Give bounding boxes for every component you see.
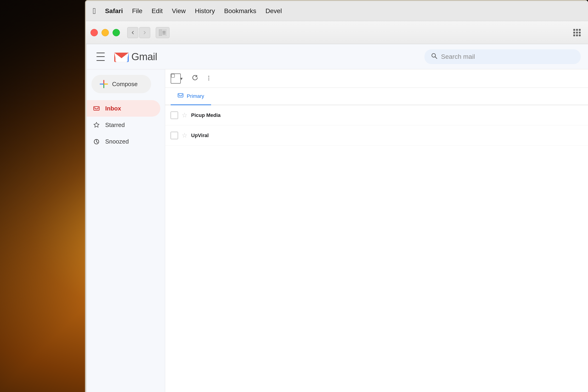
svg-point-13 bbox=[208, 76, 209, 77]
gmail-m-icon bbox=[114, 50, 130, 63]
macbook-screen:  Safari File Edit View History Bookmark… bbox=[86, 1, 588, 392]
back-button[interactable] bbox=[127, 27, 138, 38]
star-icon bbox=[92, 121, 100, 129]
primary-tab-label: Primary bbox=[187, 93, 204, 99]
clock-icon bbox=[92, 137, 100, 146]
email-sender: UpViral bbox=[191, 132, 251, 138]
svg-point-14 bbox=[208, 78, 209, 78]
macbook-frame:  Safari File Edit View History Bookmark… bbox=[85, 0, 588, 392]
grid-view-button[interactable] bbox=[570, 27, 584, 38]
table-row[interactable]: ☆ UpViral bbox=[165, 126, 588, 146]
email-checkbox[interactable] bbox=[171, 112, 178, 119]
compose-button[interactable]: Compose bbox=[92, 75, 151, 93]
email-checkbox[interactable] bbox=[171, 132, 178, 139]
safari-toolbar bbox=[86, 21, 588, 44]
primary-tab-icon bbox=[178, 92, 184, 100]
gmail-sidebar: Compose Inbox bbox=[87, 69, 165, 392]
menu-history[interactable]: History bbox=[195, 7, 215, 15]
search-input-placeholder: Search mail bbox=[441, 53, 475, 60]
traffic-lights bbox=[90, 29, 120, 36]
gmail-header: Gmail Search mail bbox=[87, 44, 588, 69]
menu-bookmarks[interactable]: Bookmarks bbox=[224, 7, 256, 15]
svg-line-11 bbox=[96, 142, 98, 142]
svg-marker-8 bbox=[94, 122, 99, 127]
nav-snoozed-label: Snoozed bbox=[105, 138, 129, 145]
gmail-logo: Gmail bbox=[114, 50, 157, 63]
email-list-toolbar: ▾ bbox=[165, 69, 588, 88]
forward-button[interactable] bbox=[139, 27, 150, 38]
more-options-button[interactable] bbox=[206, 74, 212, 83]
grid-icon bbox=[573, 29, 581, 36]
gmail-main: Compose Inbox bbox=[87, 69, 588, 392]
search-bar[interactable]: Search mail bbox=[424, 49, 581, 64]
svg-rect-16 bbox=[178, 94, 183, 97]
hamburger-menu-button[interactable] bbox=[94, 50, 107, 63]
nav-starred-label: Starred bbox=[105, 122, 125, 128]
email-sender: Picup Media bbox=[191, 112, 251, 118]
table-row[interactable]: ☆ Picup Media bbox=[165, 105, 588, 126]
gmail-title-text: Gmail bbox=[132, 51, 157, 62]
tab-primary[interactable]: Primary bbox=[171, 88, 211, 105]
nav-item-starred[interactable]: Starred bbox=[87, 117, 160, 133]
search-icon bbox=[431, 52, 437, 61]
nav-item-inbox[interactable]: Inbox bbox=[87, 100, 160, 117]
email-star-icon[interactable]: ☆ bbox=[182, 112, 188, 119]
maximize-button[interactable] bbox=[112, 29, 120, 36]
compose-plus-icon bbox=[100, 80, 108, 88]
nav-inbox-label: Inbox bbox=[105, 105, 121, 112]
svg-line-6 bbox=[435, 57, 437, 58]
nav-buttons bbox=[127, 27, 150, 38]
email-list: ▾ bbox=[165, 69, 588, 392]
menu-devel[interactable]: Devel bbox=[266, 7, 282, 15]
menu-safari[interactable]: Safari bbox=[105, 7, 123, 15]
svg-rect-12 bbox=[171, 74, 174, 78]
apple-logo[interactable]:  bbox=[93, 6, 96, 16]
close-button[interactable] bbox=[90, 29, 98, 36]
select-all-checkbox[interactable] bbox=[171, 74, 181, 84]
compose-button-label: Compose bbox=[112, 80, 138, 88]
email-star-icon[interactable]: ☆ bbox=[182, 132, 188, 139]
sidebar-toggle-button[interactable] bbox=[156, 27, 170, 38]
menu-edit[interactable]: Edit bbox=[152, 7, 162, 15]
macos-menu-bar:  Safari File Edit View History Bookmark… bbox=[86, 1, 588, 21]
minimize-button[interactable] bbox=[102, 29, 109, 36]
refresh-button[interactable] bbox=[192, 74, 198, 83]
svg-rect-7 bbox=[94, 106, 99, 110]
menu-file[interactable]: File bbox=[132, 7, 142, 15]
nav-item-snoozed[interactable]: Snoozed bbox=[87, 133, 160, 150]
inbox-icon bbox=[92, 104, 100, 112]
menu-view[interactable]: View bbox=[172, 7, 186, 15]
svg-rect-0 bbox=[159, 30, 162, 36]
email-tab-bar: Primary bbox=[165, 88, 588, 105]
svg-point-15 bbox=[208, 80, 209, 80]
